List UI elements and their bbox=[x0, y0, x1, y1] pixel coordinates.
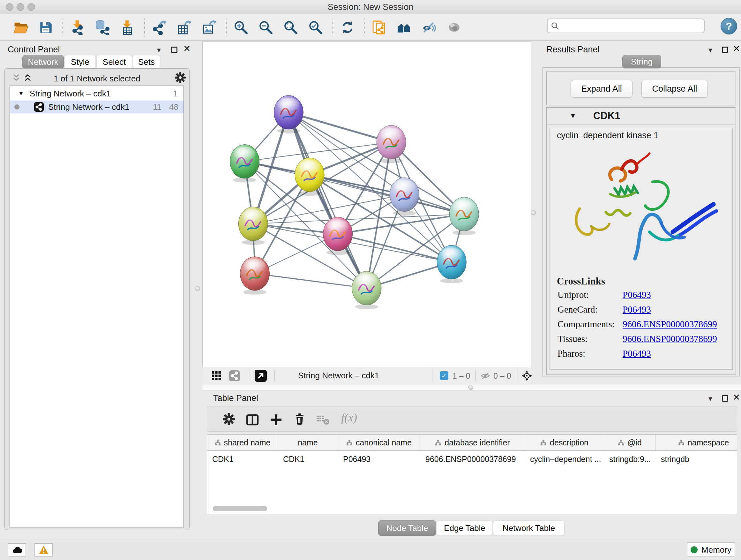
cloud-status-button[interactable] bbox=[8, 543, 26, 557]
column-header-description[interactable]: description bbox=[525, 435, 604, 450]
crosslink-link[interactable]: P06493 bbox=[623, 304, 651, 315]
tab-network[interactable]: Network bbox=[22, 55, 64, 69]
collapse-all-button[interactable]: Collapse All bbox=[642, 80, 708, 98]
toolbar-separator bbox=[63, 18, 63, 37]
tab-node-table[interactable]: Node Table bbox=[378, 520, 436, 536]
table-cell[interactable]: P06493 bbox=[338, 451, 420, 467]
import-table-from-file-icon[interactable] bbox=[119, 19, 136, 36]
table-horizontal-scrollbar[interactable] bbox=[213, 506, 267, 511]
protein-detail-box: cyclin–dependent kinase 1 CrossLinks bbox=[549, 128, 733, 370]
left-splitter-handle[interactable] bbox=[195, 286, 200, 291]
first-neighbors-icon[interactable] bbox=[396, 19, 413, 36]
network-view-icon[interactable] bbox=[229, 370, 240, 381]
column-header-canonical-name[interactable]: canonical name bbox=[338, 435, 420, 450]
network-node-RB1[interactable] bbox=[449, 197, 479, 235]
table-panel-close-icon[interactable]: ✕ bbox=[733, 393, 740, 401]
network-options-gear-icon[interactable] bbox=[175, 72, 186, 83]
network-edge[interactable] bbox=[288, 112, 391, 142]
table-row[interactable]: CDK1CDK1P064939606.ENSP00000378699cyclin… bbox=[207, 451, 737, 467]
selected-indicator-checkbox[interactable]: ✓ bbox=[440, 371, 448, 380]
table-cell[interactable]: 9606.ENSP00000378699 bbox=[420, 451, 525, 467]
column-header-database-identifier[interactable]: database identifier bbox=[420, 435, 525, 450]
network-canvas[interactable]: CCNB2CCNA1CDC25BCDK1CDC6RB1CCNB1CCNA2CDK… bbox=[202, 42, 531, 367]
table-cell[interactable]: cyclin–dependent ... bbox=[525, 451, 604, 467]
network-collection-row[interactable]: ▼ String Network – cdk1 1 bbox=[10, 87, 184, 100]
network-node-CDC6[interactable] bbox=[390, 178, 419, 215]
table-cell[interactable]: CDK1 bbox=[207, 451, 278, 467]
tab-edge-table[interactable]: Edge Table bbox=[436, 520, 493, 536]
fit-selected-crosshair-icon[interactable] bbox=[522, 370, 532, 381]
zoom-fit-content-icon[interactable] bbox=[282, 19, 299, 36]
collection-expander-icon[interactable]: ▼ bbox=[18, 90, 24, 97]
control-panel-close-icon[interactable]: ✕ bbox=[183, 45, 191, 53]
protein-expander-icon[interactable]: ▼ bbox=[569, 112, 576, 120]
tab-string-results[interactable]: String bbox=[622, 55, 661, 68]
table-panel-float-icon[interactable] bbox=[722, 395, 728, 401]
table-cell[interactable]: CDK1 bbox=[278, 451, 338, 467]
refresh-view-icon[interactable] bbox=[339, 19, 356, 36]
crosslinks-title: CrossLinks bbox=[557, 275, 605, 287]
open-session-icon[interactable] bbox=[12, 19, 29, 36]
network-row[interactable]: String Network – cdk1 11 48 bbox=[10, 101, 184, 113]
export-table-icon[interactable] bbox=[176, 19, 193, 36]
import-network-from-database-icon[interactable] bbox=[94, 19, 111, 36]
network-node-CCNE1[interactable] bbox=[352, 271, 381, 309]
zoom-selected-icon[interactable] bbox=[307, 19, 324, 36]
create-column-plus-icon[interactable] bbox=[270, 414, 282, 426]
zoom-out-icon[interactable] bbox=[257, 19, 274, 36]
horizontal-splitter-handle[interactable] bbox=[468, 385, 473, 390]
show-all-icon[interactable] bbox=[446, 19, 463, 36]
table-cell[interactable]: stringdb:9... bbox=[604, 451, 656, 467]
tab-sets[interactable]: Sets bbox=[133, 55, 160, 69]
network-edge[interactable] bbox=[255, 273, 367, 288]
search-input[interactable] bbox=[562, 21, 701, 31]
tab-style[interactable]: Style bbox=[64, 55, 96, 69]
network-node-CDC25B[interactable] bbox=[230, 145, 259, 183]
protein-section-header[interactable]: ▼ CDK1 bbox=[547, 108, 736, 125]
birds-eye-view-icon[interactable] bbox=[255, 370, 267, 382]
table-cell[interactable]: stringdb bbox=[656, 451, 737, 467]
network-node-CDKN1A[interactable] bbox=[437, 245, 466, 283]
split-view-icon[interactable] bbox=[246, 414, 259, 426]
protein-description: cyclin–dependent kinase 1 bbox=[557, 131, 658, 140]
crosslink-link[interactable]: 9606.ENSP00000378699 bbox=[623, 319, 717, 329]
save-session-icon[interactable] bbox=[37, 19, 54, 36]
network-node-CCNA1[interactable] bbox=[377, 125, 406, 164]
crosslink-link[interactable]: P06493 bbox=[623, 348, 651, 359]
grid-view-icon[interactable] bbox=[212, 371, 221, 380]
column-header--id[interactable]: @id bbox=[604, 435, 656, 450]
network-node-CCNB2[interactable] bbox=[274, 96, 303, 133]
network-edge[interactable] bbox=[288, 112, 367, 288]
crosslink-link[interactable]: 9606.ENSP00000378699 bbox=[623, 334, 717, 344]
function-builder-icon: f(x) bbox=[341, 411, 357, 424]
crosslink-link[interactable]: P06493 bbox=[623, 290, 651, 300]
delete-table-icon bbox=[316, 415, 330, 425]
network-node-HIST1H1A[interactable] bbox=[240, 257, 269, 295]
tab-network-table[interactable]: Network Table bbox=[493, 520, 564, 536]
right-splitter-handle[interactable] bbox=[531, 210, 536, 215]
control-panel-menu-icon[interactable]: ▼ bbox=[156, 47, 162, 54]
results-panel-close-icon[interactable]: ✕ bbox=[733, 45, 740, 53]
zoom-in-icon[interactable] bbox=[232, 19, 250, 36]
expand-all-button[interactable]: Expand All bbox=[570, 80, 632, 98]
hide-selected-icon[interactable] bbox=[421, 19, 438, 36]
column-header-label: shared name bbox=[224, 438, 271, 447]
results-panel-menu-icon[interactable]: ▼ bbox=[707, 47, 714, 54]
column-header-namespace[interactable]: namespace bbox=[656, 435, 737, 450]
column-header-shared-name[interactable]: shared name bbox=[207, 435, 278, 450]
export-image-icon[interactable] bbox=[200, 19, 218, 36]
clone-network-icon[interactable] bbox=[371, 19, 388, 36]
delete-column-trash-icon[interactable] bbox=[293, 413, 306, 426]
import-network-from-file-icon[interactable] bbox=[69, 19, 86, 36]
memory-button[interactable]: Memory bbox=[687, 543, 735, 557]
export-network-icon[interactable] bbox=[151, 19, 168, 36]
results-panel-float-icon[interactable] bbox=[722, 47, 728, 53]
tab-select[interactable]: Select bbox=[96, 55, 132, 69]
network-node-CCNB1[interactable] bbox=[239, 207, 268, 245]
warning-status-button[interactable] bbox=[35, 543, 53, 557]
table-panel-menu-icon[interactable]: ▼ bbox=[707, 395, 714, 402]
control-panel-float-icon[interactable] bbox=[171, 47, 178, 53]
column-header-name[interactable]: name bbox=[278, 435, 338, 450]
table-settings-gear-icon[interactable] bbox=[222, 413, 235, 426]
help-button[interactable]: ? bbox=[721, 18, 737, 35]
